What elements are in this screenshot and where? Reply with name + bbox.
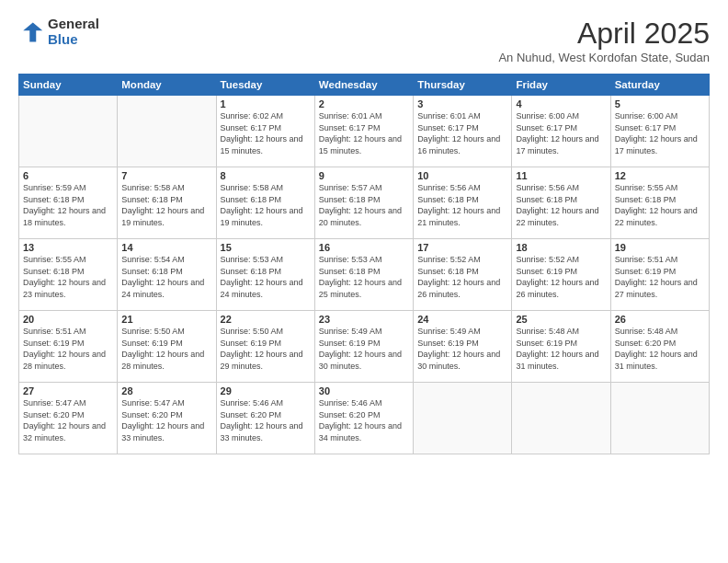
day-cell: 2Sunrise: 6:01 AM Sunset: 6:17 PM Daylig…: [314, 96, 413, 167]
day-number: 27: [23, 385, 113, 396]
day-cell: 9Sunrise: 5:57 AM Sunset: 6:18 PM Daylig…: [314, 167, 413, 239]
day-info: Sunrise: 5:48 AM Sunset: 6:20 PM Dayligh…: [615, 326, 705, 372]
calendar-title: April 2025: [498, 17, 710, 51]
day-cell: 22Sunrise: 5:50 AM Sunset: 6:19 PM Dayli…: [216, 311, 314, 383]
day-number: 22: [221, 314, 311, 325]
day-info: Sunrise: 5:56 AM Sunset: 6:18 PM Dayligh…: [417, 182, 507, 228]
day-cell: 13Sunrise: 5:55 AM Sunset: 6:18 PM Dayli…: [19, 239, 118, 311]
day-cell: 5Sunrise: 6:00 AM Sunset: 6:17 PM Daylig…: [610, 96, 709, 167]
day-info: Sunrise: 6:01 AM Sunset: 6:17 PM Dayligh…: [417, 110, 507, 156]
day-info: Sunrise: 5:46 AM Sunset: 6:20 PM Dayligh…: [221, 397, 311, 443]
logo-blue: Blue: [48, 32, 99, 48]
day-info: Sunrise: 5:53 AM Sunset: 6:18 PM Dayligh…: [221, 254, 311, 300]
day-info: Sunrise: 5:51 AM Sunset: 6:19 PM Dayligh…: [23, 326, 113, 372]
day-cell: [512, 383, 610, 454]
day-info: Sunrise: 5:53 AM Sunset: 6:18 PM Dayligh…: [319, 254, 409, 300]
day-number: 30: [319, 385, 409, 396]
day-cell: 14Sunrise: 5:54 AM Sunset: 6:18 PM Dayli…: [118, 239, 216, 311]
weekday-header-row: SundayMondayTuesdayWednesdayThursdayFrid…: [19, 75, 710, 96]
day-cell: 21Sunrise: 5:50 AM Sunset: 6:19 PM Dayli…: [118, 311, 216, 383]
day-info: Sunrise: 5:58 AM Sunset: 6:18 PM Dayligh…: [221, 182, 311, 228]
day-cell: 7Sunrise: 5:58 AM Sunset: 6:18 PM Daylig…: [118, 167, 216, 239]
day-info: Sunrise: 5:46 AM Sunset: 6:20 PM Dayligh…: [319, 397, 409, 443]
svg-marker-0: [23, 22, 42, 41]
day-number: 21: [121, 314, 211, 325]
day-info: Sunrise: 5:49 AM Sunset: 6:19 PM Dayligh…: [319, 326, 409, 372]
calendar-subtitle: An Nuhud, West Kordofan State, Sudan: [498, 51, 710, 64]
day-number: 11: [516, 170, 606, 181]
day-cell: 17Sunrise: 5:52 AM Sunset: 6:18 PM Dayli…: [414, 239, 512, 311]
day-number: 10: [417, 170, 507, 181]
day-number: 25: [516, 314, 606, 325]
day-info: Sunrise: 5:47 AM Sunset: 6:20 PM Dayligh…: [23, 397, 113, 443]
day-cell: [414, 383, 512, 454]
day-cell: 16Sunrise: 5:53 AM Sunset: 6:18 PM Dayli…: [314, 239, 413, 311]
day-info: Sunrise: 5:51 AM Sunset: 6:19 PM Dayligh…: [615, 254, 705, 300]
day-info: Sunrise: 6:00 AM Sunset: 6:17 PM Dayligh…: [516, 110, 606, 156]
weekday-header-monday: Monday: [118, 75, 216, 96]
logo-text: General Blue: [48, 17, 99, 47]
day-number: 20: [23, 314, 113, 325]
day-info: Sunrise: 6:00 AM Sunset: 6:17 PM Dayligh…: [615, 110, 705, 156]
day-cell: 1Sunrise: 6:02 AM Sunset: 6:17 PM Daylig…: [216, 96, 314, 167]
day-number: 12: [615, 170, 705, 181]
day-info: Sunrise: 5:58 AM Sunset: 6:18 PM Dayligh…: [121, 182, 211, 228]
day-info: Sunrise: 5:52 AM Sunset: 6:18 PM Dayligh…: [417, 254, 507, 300]
day-cell: 3Sunrise: 6:01 AM Sunset: 6:17 PM Daylig…: [414, 96, 512, 167]
day-cell: 26Sunrise: 5:48 AM Sunset: 6:20 PM Dayli…: [610, 311, 709, 383]
day-number: 29: [221, 385, 311, 396]
day-info: Sunrise: 5:57 AM Sunset: 6:18 PM Dayligh…: [319, 182, 409, 228]
day-cell: 30Sunrise: 5:46 AM Sunset: 6:20 PM Dayli…: [314, 383, 413, 454]
weekday-header-friday: Friday: [512, 75, 610, 96]
day-cell: 18Sunrise: 5:52 AM Sunset: 6:19 PM Dayli…: [512, 239, 610, 311]
day-cell: 6Sunrise: 5:59 AM Sunset: 6:18 PM Daylig…: [19, 167, 118, 239]
week-row-1: 1Sunrise: 6:02 AM Sunset: 6:17 PM Daylig…: [19, 96, 710, 167]
day-cell: 24Sunrise: 5:49 AM Sunset: 6:19 PM Dayli…: [414, 311, 512, 383]
day-info: Sunrise: 6:01 AM Sunset: 6:17 PM Dayligh…: [319, 110, 409, 156]
page: General Blue April 2025 An Nuhud, West K…: [0, 0, 728, 563]
day-number: 4: [516, 98, 606, 109]
day-cell: 28Sunrise: 5:47 AM Sunset: 6:20 PM Dayli…: [118, 383, 216, 454]
day-number: 19: [615, 242, 705, 253]
calendar-table: SundayMondayTuesdayWednesdayThursdayFrid…: [18, 74, 710, 454]
header: General Blue April 2025 An Nuhud, West K…: [18, 17, 710, 64]
day-info: Sunrise: 5:52 AM Sunset: 6:19 PM Dayligh…: [516, 254, 606, 300]
day-info: Sunrise: 5:59 AM Sunset: 6:18 PM Dayligh…: [23, 182, 113, 228]
day-info: Sunrise: 5:47 AM Sunset: 6:20 PM Dayligh…: [121, 397, 211, 443]
day-number: 28: [121, 385, 211, 396]
day-info: Sunrise: 5:56 AM Sunset: 6:18 PM Dayligh…: [516, 182, 606, 228]
day-number: 16: [319, 242, 409, 253]
day-info: Sunrise: 5:50 AM Sunset: 6:19 PM Dayligh…: [221, 326, 311, 372]
day-info: Sunrise: 6:02 AM Sunset: 6:17 PM Dayligh…: [221, 110, 311, 156]
day-number: 2: [319, 98, 409, 109]
day-cell: 11Sunrise: 5:56 AM Sunset: 6:18 PM Dayli…: [512, 167, 610, 239]
day-cell: 8Sunrise: 5:58 AM Sunset: 6:18 PM Daylig…: [216, 167, 314, 239]
day-cell: 27Sunrise: 5:47 AM Sunset: 6:20 PM Dayli…: [19, 383, 118, 454]
day-number: 8: [221, 170, 311, 181]
day-number: 9: [319, 170, 409, 181]
day-cell: 23Sunrise: 5:49 AM Sunset: 6:19 PM Dayli…: [314, 311, 413, 383]
week-row-3: 13Sunrise: 5:55 AM Sunset: 6:18 PM Dayli…: [19, 239, 710, 311]
day-number: 1: [221, 98, 311, 109]
day-cell: [118, 96, 216, 167]
logo: General Blue: [18, 17, 99, 47]
day-number: 5: [615, 98, 705, 109]
day-info: Sunrise: 5:48 AM Sunset: 6:19 PM Dayligh…: [516, 326, 606, 372]
weekday-header-saturday: Saturday: [610, 75, 709, 96]
day-info: Sunrise: 5:50 AM Sunset: 6:19 PM Dayligh…: [121, 326, 211, 372]
day-number: 18: [516, 242, 606, 253]
day-cell: [610, 383, 709, 454]
day-number: 15: [221, 242, 311, 253]
day-cell: [19, 96, 118, 167]
week-row-4: 20Sunrise: 5:51 AM Sunset: 6:19 PM Dayli…: [19, 311, 710, 383]
day-number: 14: [121, 242, 211, 253]
day-info: Sunrise: 5:54 AM Sunset: 6:18 PM Dayligh…: [121, 254, 211, 300]
weekday-header-tuesday: Tuesday: [216, 75, 314, 96]
day-cell: 19Sunrise: 5:51 AM Sunset: 6:19 PM Dayli…: [610, 239, 709, 311]
day-info: Sunrise: 5:49 AM Sunset: 6:19 PM Dayligh…: [417, 326, 507, 372]
week-row-5: 27Sunrise: 5:47 AM Sunset: 6:20 PM Dayli…: [19, 383, 710, 454]
day-number: 26: [615, 314, 705, 325]
day-cell: 15Sunrise: 5:53 AM Sunset: 6:18 PM Dayli…: [216, 239, 314, 311]
day-cell: 25Sunrise: 5:48 AM Sunset: 6:19 PM Dayli…: [512, 311, 610, 383]
title-block: April 2025 An Nuhud, West Kordofan State…: [498, 17, 710, 64]
